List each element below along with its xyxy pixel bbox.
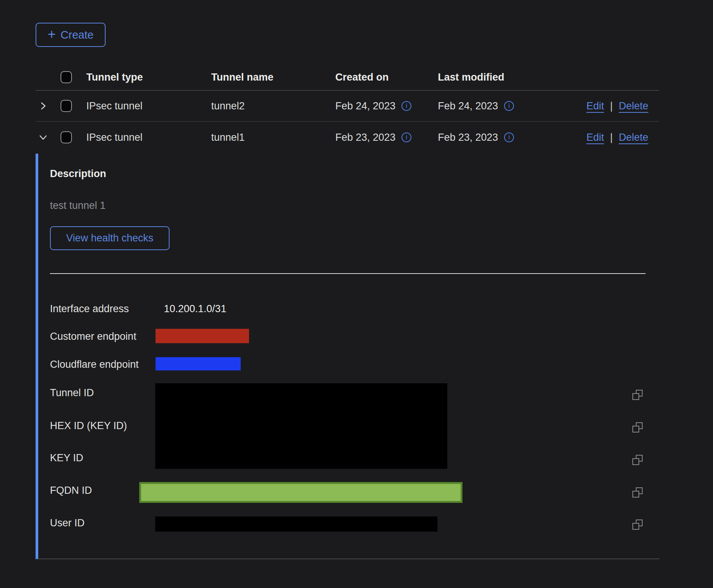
copy-user-id-icon[interactable] — [632, 520, 643, 530]
tunnel-name-cell: tunnel2 — [211, 100, 335, 112]
info-icon[interactable]: i — [402, 101, 411, 111]
row-checkbox[interactable] — [61, 131, 72, 143]
tunnel-id-label: Tunnel ID — [50, 386, 94, 399]
actions-separator: | — [610, 132, 613, 143]
copy-hex-id-icon[interactable] — [632, 422, 643, 432]
key-id-label: KEY ID — [50, 451, 83, 464]
tunnels-page: + Create Tunnel type Tunnel name Created… — [0, 0, 713, 588]
info-icon[interactable]: i — [402, 132, 411, 142]
copy-icon-front-square — [632, 393, 639, 400]
user-id-label: User ID — [50, 516, 85, 529]
description-label: Description — [50, 167, 106, 180]
edit-link[interactable]: Edit — [586, 132, 604, 143]
delete-link[interactable]: Delete — [619, 100, 648, 112]
chevron-down-icon[interactable] — [38, 132, 48, 143]
view-health-checks-button[interactable]: View health checks — [50, 226, 170, 250]
customer-endpoint-label: Customer endpoint — [50, 330, 136, 343]
table-header-row: Tunnel type Tunnel name Created on Last … — [36, 57, 659, 91]
copy-icon-front-square — [632, 491, 639, 498]
table-row: IPsec tunnel tunnel1 Feb 23, 2023 i Feb … — [36, 122, 659, 153]
create-button[interactable]: + Create — [36, 23, 106, 47]
created-on-value: Feb 24, 2023 — [335, 100, 395, 112]
header-last-modified: Last modified — [438, 72, 549, 83]
chevron-right-icon[interactable] — [38, 101, 48, 111]
tunnel-type-cell: IPsec tunnel — [86, 100, 211, 112]
copy-tunnel-id-icon[interactable] — [632, 390, 643, 400]
cloudflare-endpoint-label: Cloudflare endpoint — [50, 358, 139, 371]
header-tunnel-name: Tunnel name — [211, 72, 335, 83]
tunnel-name-cell: tunnel1 — [211, 132, 335, 143]
info-icon[interactable]: i — [504, 101, 514, 111]
header-tunnel-type: Tunnel type — [86, 72, 211, 83]
edit-link[interactable]: Edit — [586, 100, 604, 112]
description-value: test tunnel 1 — [50, 199, 106, 212]
actions-separator: | — [610, 100, 613, 112]
last-modified-value: Feb 24, 2023 — [438, 100, 498, 112]
tunnel-hex-key-id-redacted-values — [155, 383, 447, 469]
info-icon[interactable]: i — [504, 132, 514, 142]
select-all-checkbox[interactable] — [61, 71, 72, 83]
plus-icon: + — [48, 28, 56, 41]
tunnel-details-panel: Description test tunnel 1 View health ch… — [36, 154, 659, 559]
copy-icon-front-square — [632, 426, 639, 432]
copy-icon-front-square — [632, 458, 639, 465]
create-button-label: Create — [61, 29, 93, 41]
copy-fqdn-id-icon[interactable] — [632, 487, 643, 498]
hex-id-label: HEX ID (KEY ID) — [50, 419, 127, 432]
interface-address-value: 10.200.1.0/31 — [164, 302, 226, 315]
cloudflare-endpoint-redacted-value — [156, 357, 241, 370]
created-on-value: Feb 23, 2023 — [335, 132, 395, 143]
header-created-on: Created on — [335, 72, 438, 83]
tunnels-table: Tunnel type Tunnel name Created on Last … — [36, 57, 659, 153]
tunnel-type-cell: IPsec tunnel — [86, 132, 211, 143]
customer-endpoint-redacted-value — [156, 329, 249, 343]
fqdn-id-redacted-value — [139, 482, 462, 503]
header-checkbox-cell — [61, 71, 86, 83]
copy-key-id-icon[interactable] — [632, 455, 643, 465]
delete-link[interactable]: Delete — [619, 132, 648, 143]
fqdn-id-label: FQDN ID — [50, 484, 92, 497]
row-checkbox[interactable] — [61, 100, 72, 112]
section-divider — [50, 273, 646, 274]
interface-address-label: Interface address — [50, 302, 129, 315]
copy-icon-front-square — [632, 523, 639, 530]
last-modified-value: Feb 23, 2023 — [438, 132, 498, 143]
table-row: IPsec tunnel tunnel2 Feb 24, 2023 i Feb … — [36, 91, 659, 122]
user-id-redacted-value — [155, 516, 437, 532]
